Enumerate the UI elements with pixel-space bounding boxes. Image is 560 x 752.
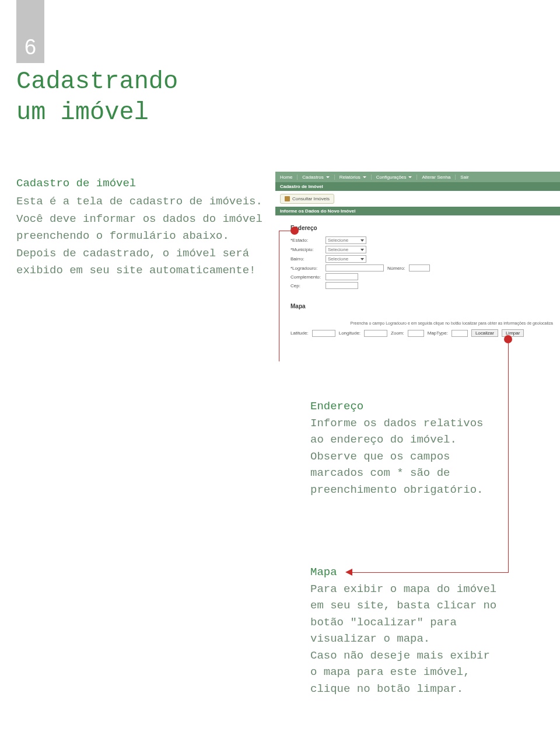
label-estado: *Estado: [290, 238, 326, 243]
map-hint-text: Preencha o campo Logradouro e em seguida… [290, 313, 555, 328]
input-logradouro[interactable] [326, 264, 384, 271]
callout-dot [504, 335, 512, 343]
menu-alterar-senha[interactable]: Alterar Senha [417, 175, 456, 180]
input-maptype[interactable] [452, 330, 468, 337]
input-numero[interactable] [409, 264, 430, 271]
callout-mapa-heading: Mapa [310, 564, 337, 581]
localizar-button[interactable]: Localizar [471, 329, 498, 337]
menu-cadastros[interactable]: Cadastros [298, 175, 334, 180]
label-numero: Número: [387, 266, 405, 271]
menu-config-label: Configurações [376, 175, 407, 180]
callout-endereco-p2: Observe que os campos marcados com * são… [310, 450, 483, 496]
input-cep[interactable] [326, 282, 358, 289]
label-longitude: Longitude: [339, 330, 360, 336]
title-line2: um imóvel [16, 99, 149, 127]
menu-home[interactable]: Home [275, 175, 298, 180]
callout-endereco-p1: Informe os dados relativos ao endereço d… [310, 417, 483, 447]
input-latitude[interactable] [312, 330, 335, 337]
breadcrumb-bar: Cadastro de Imóvel [275, 182, 560, 191]
select-municipio[interactable]: Selecione [326, 246, 366, 253]
section-mapa-heading: Mapa [290, 297, 555, 313]
callout-mapa: Mapa Para exibir o mapa do imóvel em seu… [310, 564, 497, 697]
chevron-down-icon [360, 258, 364, 260]
intro-p2: Depois de cadastrado, o imóvel será exib… [16, 247, 256, 277]
callout-line [279, 231, 279, 361]
menu-config[interactable]: Configurações [372, 175, 418, 180]
toolbar: Consultar Imóveis [275, 191, 560, 207]
input-longitude[interactable] [364, 330, 387, 337]
map-fields-row: Latitude: Longitude: Zoom: MapType: Loca… [290, 329, 555, 337]
select-municipio-value: Selecione [328, 247, 348, 252]
page-number-box: 6 [16, 0, 44, 63]
label-cep: Cep: [290, 283, 326, 288]
section-endereco-heading: Endereço [290, 219, 555, 235]
label-municipio: *Município: [290, 247, 326, 252]
caret-icon [408, 176, 412, 178]
chevron-down-icon [360, 239, 364, 242]
label-bairro: Bairro: [290, 256, 326, 262]
breadcrumb-text: Cadastro de Imóvel [280, 184, 323, 189]
app-screenshot: Home Cadastros Relatórios Configurações … [275, 172, 560, 361]
menu-alterar-label: Alterar Senha [422, 175, 450, 180]
label-maptype: MapType: [428, 330, 448, 336]
callout-line [508, 343, 509, 572]
title-line1: Cadastrando [16, 68, 178, 96]
panel-title-bar: Informe os Dados do Novo Imóvel [275, 207, 560, 215]
callout-endereco: Endereço Informe os dados relativos ao e… [310, 398, 497, 498]
caret-icon [326, 176, 330, 178]
page-number: 6 [24, 35, 36, 60]
label-zoom: Zoom: [391, 330, 404, 336]
panel-title-text: Informe os Dados do Novo Imóvel [280, 208, 355, 214]
intro-p1: Esta é a tela de cadastro de imóveis. Vo… [16, 195, 262, 242]
label-logradouro: *Logradouro: [290, 266, 326, 271]
menubar: Home Cadastros Relatórios Configurações … [275, 172, 560, 182]
house-icon [285, 196, 290, 201]
select-bairro[interactable]: Selecione [326, 255, 366, 263]
select-estado-value: Selecione [328, 238, 348, 243]
form-area: Endereço *Estado: Selecione *Município: … [275, 215, 560, 340]
select-estado[interactable]: Selecione [326, 236, 366, 244]
input-complemento[interactable] [326, 273, 358, 280]
intro-block: Cadastro de imóvel Esta é a tela de cada… [16, 175, 267, 280]
menu-sair-label: Sair [460, 175, 468, 180]
callout-dot [290, 227, 299, 235]
consult-button[interactable]: Consultar Imóveis [280, 194, 334, 204]
input-zoom[interactable] [408, 330, 424, 337]
label-complemento: Complemento: [290, 274, 326, 280]
intro-heading: Cadastro de imóvel [16, 175, 267, 192]
callout-mapa-p2: Caso não deseje mais exibir o mapa para … [310, 649, 490, 695]
consult-button-label: Consultar Imóveis [292, 196, 330, 201]
menu-relatorios[interactable]: Relatórios [335, 175, 372, 180]
menu-sair[interactable]: Sair [456, 175, 473, 180]
chevron-down-icon [360, 249, 364, 251]
label-latitude: Latitude: [290, 330, 309, 336]
callout-endereco-heading: Endereço [310, 398, 497, 415]
caret-icon [363, 176, 366, 178]
menu-relatorios-label: Relatórios [340, 175, 360, 180]
select-bairro-value: Selecione [328, 256, 348, 262]
menu-cadastros-label: Cadastros [302, 175, 323, 180]
page-title: Cadastrando um imóvel [16, 67, 178, 128]
callout-mapa-p1: Para exibir o mapa do imóvel em seu site… [310, 583, 496, 646]
menu-home-label: Home [280, 175, 292, 180]
